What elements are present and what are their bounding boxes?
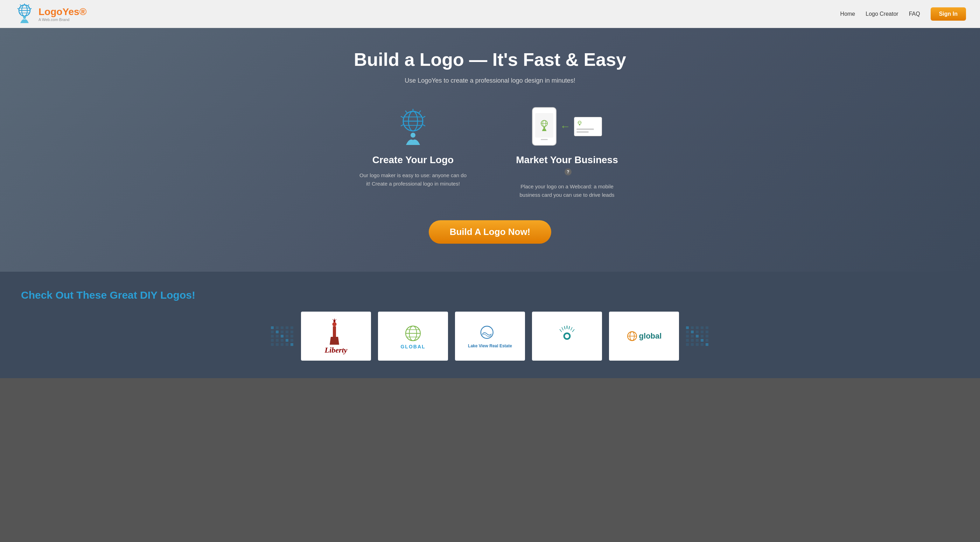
liberty-logo: Liberty <box>325 317 348 355</box>
brand-icon <box>14 3 35 25</box>
logo-card-global-green: GLOBAL <box>378 312 448 360</box>
hero-subtitle: Use LogoYes to create a professional log… <box>14 77 966 84</box>
global-teal-content: global <box>627 330 662 342</box>
arrow-icon: ← <box>560 120 571 132</box>
teal-spike-logo <box>557 320 578 352</box>
svg-line-18 <box>419 111 421 113</box>
create-logo-icon-area <box>357 105 469 147</box>
global-teal-logo: global <box>627 330 662 342</box>
svg-line-7 <box>28 5 29 6</box>
brand-name-text: LogoYes <box>38 6 80 17</box>
logo-card-teal-spike <box>532 312 602 360</box>
svg-point-30 <box>579 124 580 126</box>
prev-nav-area <box>271 326 294 346</box>
liberty-text: Liberty <box>325 346 348 355</box>
info-badge[interactable]: ? <box>565 168 571 175</box>
sign-in-button[interactable]: Sign In <box>931 7 966 21</box>
card-line-2 <box>576 131 589 133</box>
business-card-shape <box>574 117 602 136</box>
dots-left <box>271 326 294 346</box>
nav-faq[interactable]: FAQ <box>909 11 920 17</box>
svg-line-44 <box>565 326 565 330</box>
svg-line-35 <box>335 319 336 320</box>
svg-line-47 <box>572 330 574 332</box>
brand-registered: ® <box>80 6 87 17</box>
global-green-logo: GLOBAL <box>400 323 425 349</box>
market-desc: Place your logo on a Webcard: a mobile b… <box>511 182 623 199</box>
svg-line-19 <box>401 116 403 118</box>
main-nav: Home Logo Creator FAQ Sign In <box>840 7 966 21</box>
brand-logo: LogoYes® A Web.com Brand <box>14 3 86 25</box>
nav-home[interactable]: Home <box>840 11 855 17</box>
diy-logos-heading: Check Out These Great DIY Logos! <box>21 289 959 301</box>
global-green-text: GLOBAL <box>400 344 425 349</box>
next-nav-area <box>686 326 709 346</box>
site-header: LogoYes® A Web.com Brand Home Logo Creat… <box>0 0 980 28</box>
svg-line-22 <box>423 124 425 126</box>
svg-line-34 <box>332 319 333 320</box>
bottom-section: Check Out These Great DIY Logos! <box>0 272 980 378</box>
logo-card-global-teal: global <box>609 312 679 360</box>
hero-title: Build a Logo — It's Fast & Easy <box>14 49 966 70</box>
feature-create: Create Your Logo Our logo maker is easy … <box>357 105 469 188</box>
svg-line-6 <box>20 5 21 6</box>
global-teal-text: global <box>639 332 662 341</box>
logo-card-lakeview: Lake View Real Estate <box>455 312 525 360</box>
phone-shape <box>532 107 557 146</box>
svg-point-23 <box>410 133 415 138</box>
logo-card-liberty: Liberty <box>301 312 371 360</box>
brand-sub: A Web.com Brand <box>38 18 86 22</box>
svg-line-8 <box>18 8 19 9</box>
brand-text: LogoYes® A Web.com Brand <box>38 6 86 22</box>
svg-line-17 <box>405 111 407 113</box>
svg-line-21 <box>401 124 403 126</box>
svg-point-27 <box>543 127 545 129</box>
svg-rect-32 <box>333 326 336 337</box>
card-line-1 <box>576 129 594 130</box>
svg-line-43 <box>569 326 570 330</box>
svg-point-50 <box>565 334 569 338</box>
feature-market: ← Market Your Business <box>511 105 623 199</box>
phone-card-illustration: ← <box>532 107 602 146</box>
svg-line-9 <box>30 8 32 9</box>
svg-line-46 <box>562 327 563 330</box>
features-row: Create Your Logo Our logo maker is easy … <box>14 105 966 199</box>
svg-point-31 <box>332 322 336 326</box>
svg-line-45 <box>571 327 573 330</box>
create-logo-heading: Create Your Logo <box>357 155 469 166</box>
build-logo-cta-button[interactable]: Build A Logo Now! <box>429 220 552 244</box>
hero-section: Build a Logo — It's Fast & Easy Use Logo… <box>0 28 980 272</box>
market-icon-area: ← <box>511 105 623 147</box>
market-heading: Market Your Business ? <box>511 155 623 177</box>
brand-name: LogoYes® <box>38 6 86 18</box>
svg-line-48 <box>560 330 562 332</box>
create-logo-desc: Our logo maker is easy to use: anyone ca… <box>357 171 469 188</box>
svg-point-10 <box>23 16 26 19</box>
lakeview-logo: Lake View Real Estate <box>468 324 512 348</box>
svg-line-20 <box>423 116 425 118</box>
logos-row: Liberty GLOBAL <box>21 312 959 360</box>
phone-screen <box>535 113 554 138</box>
dots-right <box>686 326 709 346</box>
svg-point-41 <box>481 326 493 338</box>
nav-logo-creator[interactable]: Logo Creator <box>865 11 898 17</box>
lakeview-text: Lake View Real Estate <box>468 343 512 348</box>
